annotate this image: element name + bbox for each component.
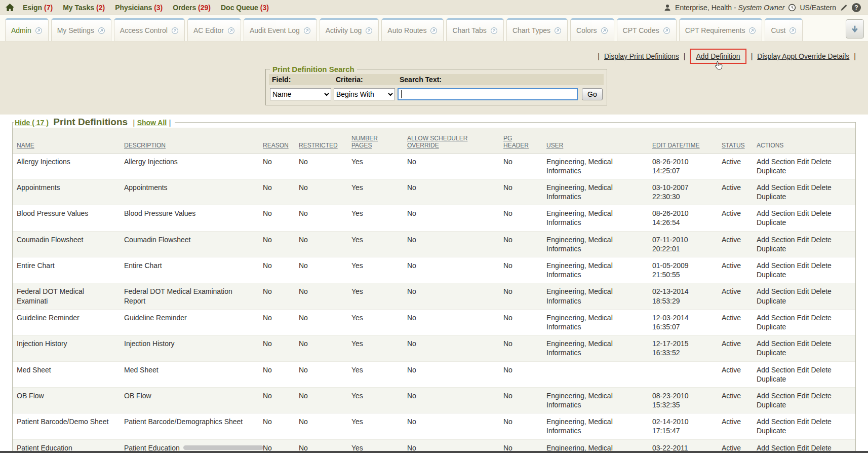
column-header-allow-scheduler-override[interactable]: ALLOW SCHEDULER OVERRIDE	[403, 128, 499, 153]
action-duplicate[interactable]: Duplicate	[757, 218, 786, 226]
help-icon[interactable]: ?	[852, 3, 861, 12]
action-add-section[interactable]: Add Section	[757, 314, 795, 322]
action-delete[interactable]: Delete	[811, 418, 831, 426]
display-appt-override-details-link[interactable]: Display Appt Override Details	[757, 52, 849, 60]
column-header-number-pages[interactable]: NUMBER PAGES	[347, 128, 403, 153]
pencil-icon[interactable]	[840, 4, 848, 12]
print-definitions-table: NAMEDESCRIPTIONREASONRESTRICTEDNUMBER PA…	[13, 128, 855, 453]
action-duplicate[interactable]: Duplicate	[757, 349, 786, 357]
add-definition-link[interactable]: Add Definition	[696, 52, 740, 60]
action-duplicate[interactable]: Duplicate	[757, 297, 786, 305]
horizontal-scrollbar-thumb[interactable]	[183, 445, 263, 450]
cell-name: OB Flow	[13, 387, 120, 413]
cell-allow_scheduler_override: No	[403, 413, 499, 439]
timezone-label[interactable]: US/Eastern	[800, 4, 836, 12]
action-edit[interactable]: Edit	[797, 183, 809, 192]
action-duplicate[interactable]: Duplicate	[757, 401, 786, 409]
go-button[interactable]: Go	[582, 88, 603, 100]
tab-chart-tabs[interactable]: Chart Tabs	[446, 18, 503, 41]
action-duplicate[interactable]: Duplicate	[757, 167, 786, 175]
action-duplicate[interactable]: Duplicate	[757, 323, 786, 331]
action-delete[interactable]: Delete	[811, 209, 831, 217]
action-duplicate[interactable]: Duplicate	[757, 427, 786, 435]
cell-status: Active	[718, 179, 753, 205]
action-add-section[interactable]: Add Section	[757, 236, 795, 244]
topbar-item-my-tasks[interactable]: My Tasks (2)	[63, 4, 105, 12]
action-edit[interactable]: Edit	[797, 418, 809, 426]
tab-cust[interactable]: Cust	[765, 18, 803, 41]
column-header-name[interactable]: NAME	[13, 128, 120, 153]
tab-cpt-requirements[interactable]: CPT Requirements	[679, 18, 763, 41]
column-header-pg-header[interactable]: PG HEADER	[499, 128, 542, 153]
content-body: Hide ( 17 ) Print Definitions | Show All…	[0, 115, 868, 453]
action-delete[interactable]: Delete	[811, 236, 831, 244]
tab-ac-editor[interactable]: AC Editor	[187, 18, 241, 41]
action-add-section[interactable]: Add Section	[757, 418, 795, 426]
column-header-restricted[interactable]: RESTRICTED	[295, 128, 347, 153]
tab-auto-routes[interactable]: Auto Routes	[381, 18, 444, 41]
column-header-edit-date-time[interactable]: EDIT DATE/TIME	[648, 128, 718, 153]
tab-access-control[interactable]: Access Control	[114, 18, 185, 41]
cell-status: Active	[718, 361, 753, 387]
action-edit[interactable]: Edit	[797, 314, 809, 322]
action-add-section[interactable]: Add Section	[757, 287, 795, 295]
tab-admin[interactable]: Admin	[5, 18, 49, 41]
column-header-reason[interactable]: REASON	[259, 128, 295, 153]
action-add-section[interactable]: Add Section	[757, 183, 795, 192]
search-input[interactable]	[398, 88, 578, 100]
tab-colors[interactable]: Colors	[570, 18, 614, 41]
tab-scroll-button[interactable]	[846, 19, 864, 39]
action-delete[interactable]: Delete	[811, 366, 831, 374]
show-all-link[interactable]: Show All	[137, 119, 167, 127]
display-print-definitions-link[interactable]: Display Print Definitions	[604, 52, 679, 60]
action-duplicate[interactable]: Duplicate	[757, 245, 786, 253]
field-select[interactable]: Name	[270, 88, 331, 100]
action-delete[interactable]: Delete	[811, 314, 831, 322]
action-duplicate[interactable]: Duplicate	[757, 375, 786, 383]
cell-number_pages: Yes	[347, 153, 403, 179]
action-edit[interactable]: Edit	[797, 261, 809, 270]
cell-edit_datetime: 01-05-2009 21:50:55	[648, 257, 718, 283]
column-header-status[interactable]: STATUS	[718, 128, 753, 153]
tab-cpt-codes[interactable]: CPT Codes	[617, 18, 677, 41]
action-add-section[interactable]: Add Section	[757, 158, 795, 166]
action-add-section[interactable]: Add Section	[757, 261, 795, 270]
action-add-section[interactable]: Add Section	[757, 339, 795, 348]
column-header-user[interactable]: USER	[542, 128, 648, 153]
cell-allow_scheduler_override: No	[403, 309, 499, 335]
action-edit[interactable]: Edit	[797, 392, 809, 400]
topbar-item-orders[interactable]: Orders (29)	[173, 4, 211, 12]
tab-chart-types[interactable]: Chart Types	[506, 18, 568, 41]
action-duplicate[interactable]: Duplicate	[757, 193, 786, 201]
action-edit[interactable]: Edit	[797, 287, 809, 295]
topbar-item-physicians[interactable]: Physicians (3)	[115, 4, 163, 12]
action-edit[interactable]: Edit	[797, 339, 809, 348]
tab-my-settings[interactable]: My Settings	[51, 18, 111, 41]
cell-name: Guideline Reminder	[13, 309, 120, 335]
action-delete[interactable]: Delete	[811, 158, 831, 166]
action-edit[interactable]: Edit	[797, 236, 809, 244]
home-icon[interactable]	[5, 3, 15, 12]
cell-edit_datetime: 03-10-2007 22:30:30	[648, 179, 718, 205]
criteria-select[interactable]: Begins With	[334, 88, 395, 100]
action-delete[interactable]: Delete	[811, 339, 831, 348]
tab-activity-log[interactable]: Activity Log	[320, 18, 379, 41]
action-delete[interactable]: Delete	[811, 392, 831, 400]
action-edit[interactable]: Edit	[797, 366, 809, 374]
column-header-description[interactable]: DESCRIPTION	[120, 128, 259, 153]
action-duplicate[interactable]: Duplicate	[757, 271, 786, 279]
action-delete[interactable]: Delete	[811, 183, 831, 192]
user-name[interactable]: Enterprise, Health - System Owner	[675, 4, 784, 12]
cell-status: Active	[718, 387, 753, 413]
action-add-section[interactable]: Add Section	[757, 366, 795, 374]
action-add-section[interactable]: Add Section	[757, 209, 795, 217]
hide-link[interactable]: Hide ( 17 )	[15, 119, 49, 127]
action-delete[interactable]: Delete	[811, 287, 831, 295]
tab-audit-event-log[interactable]: Audit Event Log	[244, 18, 317, 41]
topbar-item-doc-queue[interactable]: Doc Queue (3)	[221, 4, 269, 12]
topbar-item-esign[interactable]: Esign (7)	[23, 4, 53, 12]
action-add-section[interactable]: Add Section	[757, 392, 795, 400]
action-edit[interactable]: Edit	[797, 158, 809, 166]
action-delete[interactable]: Delete	[811, 261, 831, 270]
action-edit[interactable]: Edit	[797, 209, 809, 217]
